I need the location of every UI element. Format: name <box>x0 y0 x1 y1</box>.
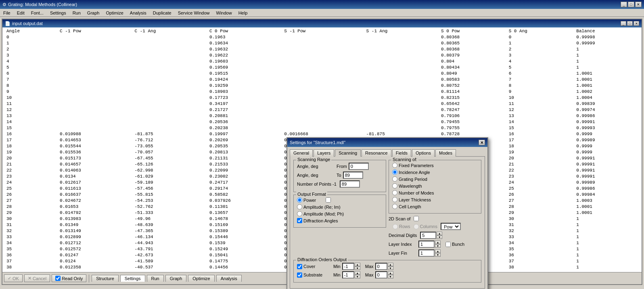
menu-run[interactable]: Run <box>71 10 82 16</box>
tab-resonance[interactable]: Resonance <box>362 149 391 157</box>
table-cell: -43.791 <box>132 246 206 252</box>
table-cell: 0.99991 <box>573 174 641 180</box>
window-maximize-btn[interactable]: □ <box>627 21 633 26</box>
grating-period-radio[interactable] <box>392 176 397 182</box>
run-tab[interactable]: Run <box>147 275 164 282</box>
tab-general[interactable]: General <box>290 149 313 157</box>
tab-scanning[interactable]: Scanning <box>335 149 361 157</box>
menu-font[interactable]: Font... <box>29 10 45 16</box>
substrate-min-up-btn[interactable]: ▲ <box>355 271 360 275</box>
layer-fin-down-btn[interactable]: ▼ <box>435 253 441 257</box>
cover-min-input[interactable] <box>342 263 354 270</box>
substrate-checkbox[interactable] <box>297 272 302 278</box>
table-cell <box>363 59 438 65</box>
substrate-max-up-btn[interactable]: ▲ <box>388 271 393 275</box>
layer-fin-up-btn[interactable]: ▲ <box>435 249 441 253</box>
menu-help[interactable]: Help <box>237 10 249 16</box>
table-cell: 0.79106 <box>438 113 506 119</box>
optimize-tab[interactable]: Optimize <box>188 275 214 282</box>
analysis-tab[interactable]: Analysis <box>216 275 242 282</box>
rows-radio[interactable] <box>393 224 398 229</box>
2d-scan-checkbox[interactable] <box>414 216 419 221</box>
window-close-btn[interactable]: ✕ <box>634 21 639 26</box>
amplitude-mod-radio[interactable] <box>297 211 302 216</box>
num-points-input[interactable] <box>340 180 360 188</box>
table-cell: 0.99839 <box>573 101 641 107</box>
layer-fin-input[interactable] <box>418 249 435 257</box>
cover-checkbox[interactable] <box>297 264 302 269</box>
dialog-title-bar: Settings for "Structure1.mdl" ✕ <box>287 138 487 147</box>
menu-edit[interactable]: Edit <box>15 10 26 16</box>
readonly-checkbox[interactable] <box>55 276 61 281</box>
power-checkbox[interactable] <box>326 197 331 203</box>
structure-tab[interactable]: Structure <box>92 275 119 282</box>
table-cell: 10 <box>3 95 56 101</box>
fixed-params-radio[interactable] <box>392 163 397 168</box>
tab-options[interactable]: Options <box>412 149 435 157</box>
tab-modes[interactable]: Modes <box>435 149 456 157</box>
incidence-angle-row: Incidence Angle <box>392 170 478 175</box>
decimal-digits-input[interactable] <box>420 232 436 239</box>
substrate-max-input[interactable] <box>375 271 387 279</box>
settings-tab[interactable]: Settings <box>120 275 145 282</box>
angle-from-input[interactable] <box>349 163 369 170</box>
menu-duplicate[interactable]: Duplicate <box>151 10 173 16</box>
substrate-min-input[interactable] <box>342 271 354 279</box>
decimal-down-btn[interactable]: ▼ <box>437 235 442 239</box>
ok-button[interactable]: ✓ OK <box>4 274 23 282</box>
minimize-btn[interactable]: _ <box>621 2 627 7</box>
graph-tab[interactable]: Graph <box>165 275 187 282</box>
dialog-close-btn[interactable]: ✕ <box>479 140 485 145</box>
grating-period-row: Grating Period <box>392 176 478 182</box>
menu-window[interactable]: Window <box>215 10 234 16</box>
angle-to-input[interactable] <box>343 172 363 179</box>
fixed-params-label: Fixed Parameters <box>399 163 434 168</box>
cover-max-up-btn[interactable]: ▲ <box>388 263 393 266</box>
cell-length-radio[interactable] <box>392 204 397 209</box>
cancel-button[interactable]: ✕ Cancel <box>24 274 50 282</box>
readonly-button[interactable]: Read Only <box>52 274 86 282</box>
layer-index-down-btn[interactable]: ▼ <box>435 244 441 248</box>
cover-min-up-btn[interactable]: ▲ <box>355 263 360 266</box>
columns-radio[interactable] <box>414 224 419 229</box>
window-minimize-btn[interactable]: _ <box>621 21 626 26</box>
maximize-btn[interactable]: □ <box>628 2 634 7</box>
menu-analysis[interactable]: Analysis <box>128 10 148 16</box>
wavelength-radio[interactable] <box>392 183 397 188</box>
table-cell: 0.015536 <box>56 149 131 155</box>
cover-max-input[interactable] <box>375 263 387 270</box>
substrate-min-down-btn[interactable]: ▼ <box>355 275 360 279</box>
diffraction-angles-checkbox[interactable] <box>297 218 302 223</box>
pow-dropdown[interactable]: Pow <box>441 223 461 230</box>
cover-label: Cover <box>303 264 332 269</box>
substrate-max-down-btn[interactable]: ▼ <box>388 275 393 279</box>
power-radio[interactable] <box>297 197 302 203</box>
amplitude-re-radio[interactable] <box>297 204 302 209</box>
close-btn[interactable]: ✕ <box>635 2 642 7</box>
menu-graph[interactable]: Graph <box>86 10 101 16</box>
tab-fields[interactable]: Fields <box>392 149 411 157</box>
table-cell: 24 <box>3 180 56 186</box>
menu-file[interactable]: File <box>2 10 12 16</box>
cover-row: Cover Min ▲ ▼ Max <box>297 263 478 270</box>
tab-layers[interactable]: Layers <box>314 149 334 157</box>
layer-thickness-radio[interactable] <box>392 197 397 202</box>
cover-max-label: Max <box>365 264 374 269</box>
menu-optimize[interactable]: Optimize <box>104 10 125 16</box>
menu-settings[interactable]: Settings <box>48 10 68 16</box>
menu-service-window[interactable]: Service Window <box>176 10 211 16</box>
bunch-checkbox[interactable] <box>445 242 451 247</box>
table-row: 130.208810.79106130.99986 <box>3 113 641 119</box>
num-modes-radio[interactable] <box>392 190 397 195</box>
decimal-up-btn[interactable]: ▲ <box>437 232 442 235</box>
amplitude-mod-label: Amplitude (Mod; Ph) <box>303 212 344 216</box>
table-cell: 1 <box>573 216 641 222</box>
layer-index-up-btn[interactable]: ▲ <box>435 241 441 244</box>
incidence-angle-radio[interactable] <box>392 170 397 175</box>
table-cell <box>281 119 363 125</box>
cover-max-down-btn[interactable]: ▼ <box>388 266 393 270</box>
cover-min-down-btn[interactable]: ▼ <box>355 266 360 270</box>
table-cell: -41.589 <box>132 258 206 264</box>
layer-index-input[interactable] <box>418 241 435 248</box>
power-label: Power <box>303 198 316 203</box>
